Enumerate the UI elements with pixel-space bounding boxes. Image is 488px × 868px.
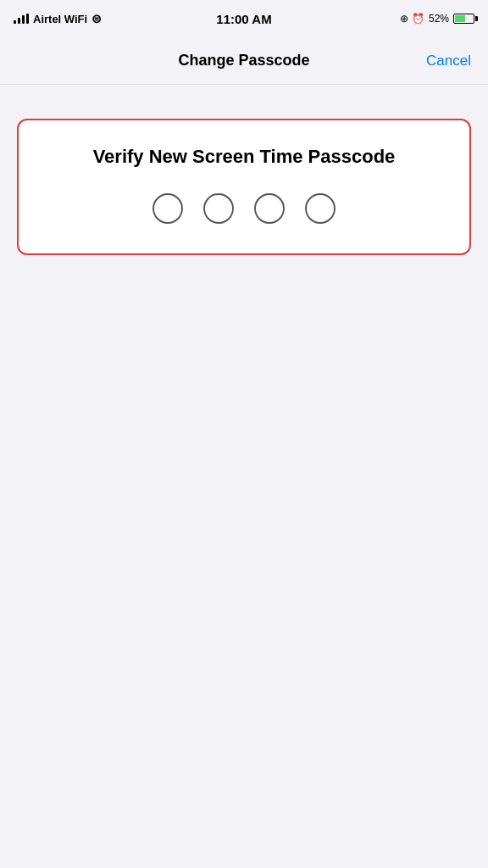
lock-icon: ⊕ <box>400 13 408 25</box>
carrier-label: Airtel WiFi <box>33 13 87 25</box>
status-bar: Airtel WiFi ⊜ 11:00 AM ⊕ ⏰ 52% <box>0 0 488 37</box>
cancel-button[interactable]: Cancel <box>426 53 471 70</box>
passcode-dot-2[interactable] <box>203 193 234 224</box>
passcode-dots <box>152 193 336 224</box>
signal-bars <box>14 14 29 24</box>
signal-bar-1 <box>14 20 16 24</box>
passcode-dot-4[interactable] <box>305 193 336 224</box>
battery-container <box>453 14 474 24</box>
main-content: Verify New Screen Time Passcode <box>0 85 488 289</box>
status-left: Airtel WiFi ⊜ <box>14 12 102 25</box>
status-right: ⊕ ⏰ 52% <box>400 13 474 25</box>
status-icons: ⊕ ⏰ <box>400 13 424 25</box>
signal-bar-3 <box>22 15 25 24</box>
passcode-dot-1[interactable] <box>152 193 183 224</box>
alarm-icon: ⏰ <box>412 13 424 25</box>
passcode-card: Verify New Screen Time Passcode <box>17 119 471 255</box>
wifi-icon: ⊜ <box>92 12 102 25</box>
nav-bar: Change Passcode Cancel <box>0 37 488 85</box>
page-title: Change Passcode <box>178 52 309 70</box>
signal-bar-2 <box>18 18 20 24</box>
battery-percent: 52% <box>429 13 449 25</box>
signal-bar-4 <box>26 14 29 24</box>
battery-icon <box>453 14 474 24</box>
battery-fill <box>455 15 465 22</box>
passcode-card-title: Verify New Screen Time Passcode <box>93 146 396 168</box>
status-time: 11:00 AM <box>216 12 271 26</box>
passcode-dot-3[interactable] <box>254 193 285 224</box>
